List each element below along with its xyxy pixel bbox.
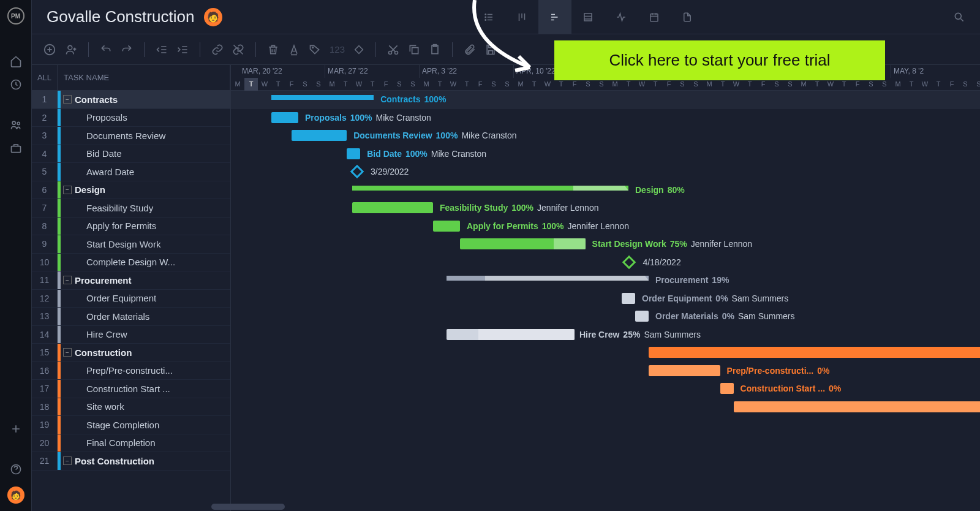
collapse-icon[interactable]: − — [63, 186, 72, 194]
view-list-icon[interactable] — [472, 0, 505, 34]
gantt-row[interactable]: Construction — [231, 344, 980, 362]
user-avatar[interactable]: 🧑 — [7, 486, 24, 504]
undo-icon[interactable] — [100, 44, 112, 56]
cut-icon[interactable] — [387, 44, 399, 56]
save-icon[interactable] — [484, 44, 497, 56]
task-bar[interactable] — [352, 202, 433, 213]
delete-icon[interactable] — [267, 44, 279, 56]
task-row[interactable]: 3Documents Review — [32, 127, 230, 145]
task-bar[interactable] — [635, 311, 649, 322]
task-row[interactable]: 17Construction Start ... — [32, 380, 230, 398]
gantt-row[interactable] — [231, 452, 980, 471]
task-row[interactable]: 8Apply for Permits — [32, 218, 230, 236]
collapse-icon[interactable]: − — [63, 456, 72, 465]
paste-icon[interactable] — [429, 44, 441, 56]
view-activity-icon[interactable] — [605, 0, 638, 34]
task-bar[interactable] — [734, 401, 980, 412]
col-all[interactable]: ALL — [32, 65, 58, 90]
view-gantt-icon[interactable] — [538, 0, 571, 34]
task-bar[interactable] — [622, 293, 635, 304]
add-task-icon[interactable] — [43, 43, 56, 56]
help-icon[interactable] — [10, 463, 22, 475]
task-bar[interactable] — [271, 112, 298, 123]
gantt-row[interactable]: Procurement19% — [231, 271, 980, 290]
add-person-icon[interactable] — [65, 44, 77, 56]
collapse-icon[interactable]: − — [63, 348, 72, 357]
task-bar[interactable] — [649, 347, 980, 358]
gantt-row[interactable]: Design80% — [231, 181, 980, 200]
gantt-row[interactable]: Prep/Pre-constructi...0% — [231, 362, 980, 380]
progress-label[interactable]: 123 — [330, 44, 345, 55]
outdent-icon[interactable] — [156, 44, 168, 56]
task-row[interactable]: 21−Post Construction — [32, 452, 230, 471]
gantt-row[interactable]: 4/18/2022 — [231, 254, 980, 272]
gantt-row[interactable]: Hire Crew25%Sam Summers — [231, 326, 980, 344]
task-row[interactable]: 19Stage Completion — [32, 416, 230, 434]
milestone-icon[interactable] — [353, 44, 364, 55]
collapse-icon[interactable]: − — [63, 276, 72, 284]
task-row[interactable]: 7Feasibility Study — [32, 199, 230, 218]
view-files-icon[interactable] — [671, 0, 704, 34]
unlink-icon[interactable] — [232, 44, 244, 56]
team-icon[interactable] — [10, 119, 22, 131]
view-calendar-icon[interactable] — [638, 0, 671, 34]
col-name[interactable]: TASK NAME — [58, 65, 230, 90]
gantt-row[interactable]: Documents Review100%Mike Cranston — [231, 127, 980, 145]
attach-icon[interactable] — [464, 44, 476, 56]
task-row[interactable]: 11−Procurement — [32, 271, 230, 290]
plus-icon[interactable] — [10, 423, 22, 435]
cta-banner[interactable]: Click here to start your free trial — [554, 40, 885, 80]
app-logo[interactable]: PM — [7, 7, 24, 25]
gantt-row[interactable]: 3/29/2022 — [231, 163, 980, 181]
task-bar[interactable] — [720, 383, 734, 394]
gantt-row[interactable] — [231, 434, 980, 453]
task-row[interactable]: 9Start Design Work — [32, 235, 230, 254]
task-row[interactable]: 14Hire Crew — [32, 326, 230, 344]
task-row[interactable]: 5Award Date — [32, 163, 230, 181]
milestone-marker[interactable] — [350, 165, 364, 179]
summary-bar[interactable] — [271, 95, 374, 100]
summary-bar[interactable] — [352, 186, 628, 191]
horizontal-scrollbar[interactable] — [211, 504, 285, 510]
task-bar[interactable] — [649, 365, 720, 376]
briefcase-icon[interactable] — [10, 142, 22, 154]
home-icon[interactable] — [10, 55, 22, 67]
task-row[interactable]: 12Order Equipment — [32, 290, 230, 308]
task-row[interactable]: 20Final Completion — [32, 434, 230, 453]
task-row[interactable]: 16Prep/Pre-constructi... — [32, 362, 230, 380]
view-board-icon[interactable] — [505, 0, 538, 34]
collapse-icon[interactable]: − — [63, 95, 72, 104]
clock-icon[interactable] — [10, 78, 22, 91]
gantt-timeline[interactable]: MAR, 20 '22MAR, 27 '22APR, 3 '22APR, 10 … — [231, 65, 980, 511]
view-sheet-icon[interactable] — [571, 0, 605, 34]
task-bar[interactable] — [433, 221, 460, 232]
task-row[interactable]: 2Proposals — [32, 109, 230, 127]
task-row[interactable]: 15−Construction — [32, 344, 230, 362]
gantt-row[interactable]: Order Materials0%Sam Summers — [231, 308, 980, 326]
task-row[interactable]: 13Order Materials — [32, 308, 230, 326]
task-row[interactable]: 10Complete Design W... — [32, 254, 230, 272]
indent-icon[interactable] — [176, 44, 189, 56]
gantt-row[interactable] — [231, 398, 980, 417]
tag-icon[interactable] — [309, 44, 321, 56]
summary-bar[interactable] — [447, 276, 649, 281]
text-style-icon[interactable] — [288, 44, 300, 56]
task-bar[interactable] — [460, 238, 586, 249]
task-bar[interactable] — [447, 329, 575, 340]
redo-icon[interactable] — [121, 44, 133, 56]
gantt-row[interactable]: Proposals100%Mike Cranston — [231, 109, 980, 127]
gantt-row[interactable]: Start Design Work75%Jennifer Lennon — [231, 235, 980, 254]
task-bar[interactable] — [347, 148, 360, 159]
task-bar[interactable] — [292, 130, 347, 141]
copy-icon[interactable] — [408, 44, 420, 56]
task-row[interactable]: 6−Design — [32, 181, 230, 200]
gantt-row[interactable]: Construction Start ...0% — [231, 380, 980, 398]
gantt-row[interactable]: Bid Date100%Mike Cranston — [231, 145, 980, 164]
task-row[interactable]: 4Bid Date — [32, 145, 230, 164]
gantt-row[interactable]: Feasibility Study100%Jennifer Lennon — [231, 199, 980, 218]
gantt-row[interactable]: Order Equipment0%Sam Summers — [231, 290, 980, 308]
task-row[interactable]: 1−Contracts — [32, 91, 230, 109]
task-row[interactable]: 18Site work — [32, 398, 230, 417]
gantt-row[interactable] — [231, 416, 980, 434]
gantt-row[interactable]: Contracts100% — [231, 91, 980, 109]
